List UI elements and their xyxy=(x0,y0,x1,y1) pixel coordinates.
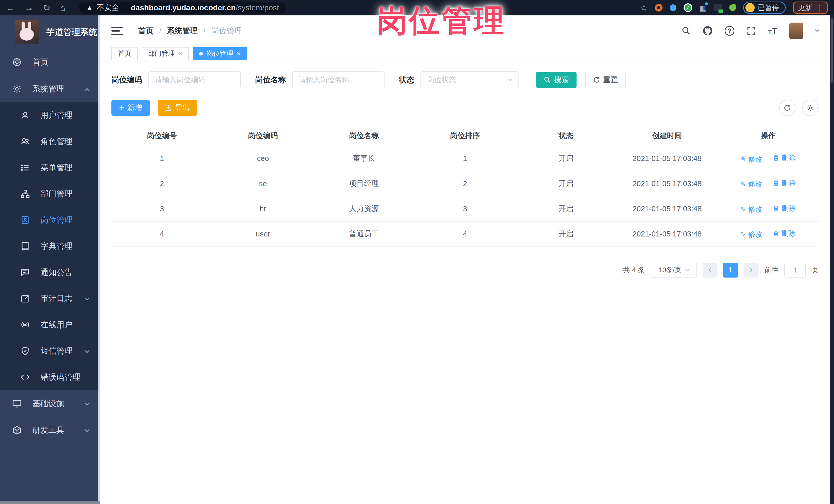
url-domain: dashboard.yudao.iocoder.cn xyxy=(131,3,236,12)
github-icon[interactable] xyxy=(703,26,712,36)
sidebar-item-errorcodes[interactable]: 错误码管理 xyxy=(0,364,100,390)
tab-home[interactable]: 首页 xyxy=(111,47,137,60)
back-icon[interactable]: ← xyxy=(6,3,15,12)
sidebar-item-users[interactable]: 用户管理 xyxy=(0,102,100,128)
sidebar-item-menus[interactable]: 菜单管理 xyxy=(0,155,100,181)
goto-page-input[interactable] xyxy=(784,263,806,278)
search-form: 岗位编码 岗位名称 状态 岗位状态 搜索 xyxy=(111,71,818,88)
status-select[interactable]: 岗位状态 xyxy=(420,71,519,88)
extension-check-icon[interactable]: ✓ xyxy=(684,3,692,12)
window-scrollbar[interactable] xyxy=(830,16,834,504)
sidebar-item-devtools[interactable]: 研发工具 xyxy=(0,417,100,444)
forward-icon[interactable]: → xyxy=(25,3,34,12)
home-icon[interactable]: ⌂ xyxy=(60,3,66,12)
delete-link[interactable]: 删除 xyxy=(773,178,796,188)
post-name-input[interactable] xyxy=(292,71,385,88)
edit-label: 修改 xyxy=(748,154,762,164)
extension-ring-icon[interactable] xyxy=(655,4,662,12)
url-path: /system/post xyxy=(236,3,279,12)
sidebar-item-system[interactable]: 系统管理 xyxy=(0,75,100,102)
delete-label: 删除 xyxy=(782,203,796,213)
app-logo-row[interactable]: 芋道管理系统 xyxy=(0,16,100,49)
export-button[interactable]: 导出 xyxy=(158,100,197,116)
sidebar-item-auditlog[interactable]: 审计日志 xyxy=(0,285,100,312)
sidebar-item-dicts[interactable]: 字典管理 xyxy=(0,233,100,259)
table-row[interactable]: 3 hr 人力资源 3 开启 2021-01-05 17:03:48 ✎修改 删… xyxy=(111,196,818,221)
help-icon[interactable]: ? xyxy=(725,26,734,36)
extension-dev-icon[interactable] xyxy=(714,4,722,11)
main-area: 首页 / 系统管理 / 岗位管理 ? TT 首页 部门管理 xyxy=(100,16,830,504)
breadcrumb-system[interactable]: 系统管理 xyxy=(167,26,198,36)
refresh-table-button[interactable] xyxy=(779,100,795,116)
sidebar-item-roles[interactable]: 角色管理 xyxy=(0,128,100,155)
warning-icon: ▲ xyxy=(86,4,93,12)
sidebar-item-depts[interactable]: 部门管理 xyxy=(0,181,100,207)
next-page-button[interactable]: › xyxy=(744,263,759,278)
avatar[interactable] xyxy=(789,23,803,39)
tab-posts[interactable]: 岗位管理 × xyxy=(193,47,247,60)
sidebar-item-label: 角色管理 xyxy=(41,136,72,147)
security-label[interactable]: 不安全 xyxy=(97,3,119,13)
field-status: 状态 岗位状态 xyxy=(399,71,519,88)
update-label: 更新 xyxy=(798,3,812,13)
extension-grid-icon[interactable]: ▦ xyxy=(700,3,707,12)
bookmark-star-icon[interactable]: ☆ xyxy=(640,3,648,13)
sidebar-item-label: 在线用户 xyxy=(41,320,72,330)
tab-label: 岗位管理 xyxy=(206,49,233,58)
cell-status: 开启 xyxy=(515,146,617,171)
close-icon[interactable]: × xyxy=(237,50,241,57)
pencil-icon: ✎ xyxy=(740,231,746,239)
header-actions: ? TT xyxy=(682,23,818,39)
edit-link[interactable]: ✎修改 xyxy=(740,229,762,239)
export-button-label: 导出 xyxy=(175,103,190,113)
edit-link[interactable]: ✎修改 xyxy=(740,179,762,189)
delete-link[interactable]: 删除 xyxy=(773,153,796,163)
breadcrumb-home[interactable]: 首页 xyxy=(138,26,154,36)
sidebar-item-notices[interactable]: 通知公告 xyxy=(0,259,100,285)
cube-icon xyxy=(12,426,22,435)
sidebar-item-home[interactable]: 首页 xyxy=(0,49,100,75)
tab-depts[interactable]: 部门管理 × xyxy=(142,47,189,60)
table-row[interactable]: 4 user 普通员工 4 开启 2021-01-05 17:03:48 ✎修改… xyxy=(111,221,818,246)
profile-paused-chip[interactable]: 已暂停 xyxy=(743,2,786,14)
sidebar-item-sms[interactable]: 短信管理 xyxy=(0,338,100,364)
cell-name: 人力资源 xyxy=(313,196,415,221)
post-code-input[interactable] xyxy=(148,71,241,88)
update-button[interactable]: 更新 ⋮ xyxy=(793,2,828,14)
field-post-name: 岗位名称 xyxy=(255,71,385,88)
extension-leaf-icon[interactable] xyxy=(729,4,736,11)
table-row[interactable]: 1 ceo 董事长 1 开启 2021-01-05 17:03:48 ✎修改 删… xyxy=(111,146,818,171)
table-row[interactable]: 2 se 项目经理 2 开启 2021-01-05 17:03:48 ✎修改 删… xyxy=(111,171,818,196)
fullscreen-icon[interactable] xyxy=(747,26,756,36)
scrollbar-thumb[interactable] xyxy=(831,19,833,83)
page-size-select[interactable]: 10条/页 xyxy=(651,263,697,278)
sidebar-item-posts[interactable]: 岗位管理 xyxy=(0,207,100,233)
font-size-icon[interactable]: TT xyxy=(768,26,777,36)
reload-icon[interactable]: ↻ xyxy=(43,3,50,12)
avatar-caret-icon[interactable] xyxy=(815,28,819,32)
current-page[interactable]: 1 xyxy=(723,263,738,278)
extension-drop-icon[interactable] xyxy=(670,4,676,11)
delete-link[interactable]: 删除 xyxy=(773,203,796,213)
user-icon xyxy=(21,111,30,120)
edit-link[interactable]: ✎修改 xyxy=(740,204,762,214)
prev-page-button[interactable]: ‹ xyxy=(703,263,718,278)
cell-sort: 1 xyxy=(415,146,516,171)
sidebar-item-infrastructure[interactable]: 基础设施 xyxy=(0,390,100,417)
close-icon[interactable]: × xyxy=(178,50,182,57)
search-button[interactable]: 搜索 xyxy=(536,72,576,88)
delete-link[interactable]: 删除 xyxy=(773,228,796,238)
add-button[interactable]: + 新增 xyxy=(111,100,150,116)
browser-menu-icon[interactable]: ⋮ xyxy=(816,4,823,12)
search-icon[interactable] xyxy=(682,26,691,36)
col-post-name: 岗位名称 xyxy=(313,126,415,146)
trash-icon xyxy=(773,230,779,237)
reset-button[interactable]: 重置 xyxy=(585,72,626,88)
hamburger-icon[interactable] xyxy=(111,27,123,35)
column-settings-button[interactable] xyxy=(802,100,818,116)
edit-link[interactable]: ✎修改 xyxy=(740,154,762,164)
address-bar[interactable]: ▲ 不安全 dashboard.yudao.iocoder.cn /system… xyxy=(79,2,286,14)
cell-name: 普通员工 xyxy=(313,221,415,246)
app-logo-image xyxy=(15,20,39,44)
sidebar-item-online-users[interactable]: 在线用户 xyxy=(0,312,100,338)
